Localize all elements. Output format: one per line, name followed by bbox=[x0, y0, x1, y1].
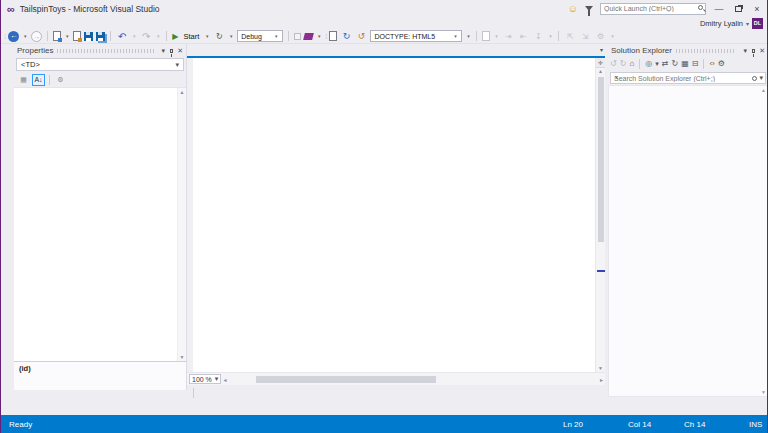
new-query-icon[interactable] bbox=[329, 31, 337, 41]
categorized-view-button[interactable]: ▦ bbox=[17, 74, 30, 86]
toolbar-grip[interactable]: ⁞ bbox=[4, 32, 5, 41]
toolbar-overflow-dropdown[interactable]: ▾ bbox=[465, 33, 471, 39]
undo-dropdown[interactable]: ▾ bbox=[131, 33, 137, 39]
check-in-icon[interactable]: ↺ bbox=[355, 30, 367, 42]
start-dropdown[interactable]: ▾ bbox=[204, 33, 210, 39]
pin-icon[interactable] bbox=[170, 49, 173, 53]
properties-wrench-icon[interactable]: ⚙ bbox=[718, 58, 725, 70]
settings-gear-icon[interactable]: ⚙ bbox=[594, 30, 606, 42]
sync-with-active-document-icon[interactable]: ⇄ bbox=[662, 58, 669, 70]
separator bbox=[288, 31, 289, 41]
scroll-up-icon[interactable]: ▲ bbox=[761, 87, 766, 93]
browse-with-icon[interactable] bbox=[482, 31, 490, 41]
chevron-down-icon: ▾ bbox=[215, 375, 219, 383]
scroll-up-icon[interactable]: ▲ bbox=[180, 89, 185, 95]
scroll-right-icon[interactable]: ▸ bbox=[600, 376, 603, 383]
format-selection-icon[interactable]: ⇤ bbox=[517, 30, 529, 42]
close-button[interactable]: × bbox=[751, 3, 763, 15]
scroll-up-icon[interactable]: ▲ bbox=[598, 68, 603, 75]
navigate-forward-icon[interactable]: → bbox=[31, 31, 42, 42]
code-text-area[interactable] bbox=[193, 60, 595, 372]
close-icon[interactable]: ✕ bbox=[759, 47, 765, 55]
separator bbox=[47, 31, 48, 41]
restart-dropdown[interactable]: ▾ bbox=[228, 33, 234, 39]
scroll-down-icon[interactable]: ▼ bbox=[180, 354, 185, 360]
new-file-dropdown[interactable]: ▾ bbox=[64, 33, 70, 39]
drag-handle[interactable] bbox=[676, 49, 736, 53]
check-out-icon[interactable]: ↻ bbox=[340, 30, 352, 42]
property-pages-button[interactable]: ⚙ bbox=[54, 74, 67, 86]
editor-zoom-combo[interactable]: 100 % ▾ bbox=[189, 374, 221, 384]
redo-icon[interactable]: ↷ bbox=[140, 30, 152, 42]
selected-object-combo[interactable]: <TD> ▾ bbox=[16, 58, 184, 71]
navigate-backward-icon[interactable]: ← bbox=[8, 31, 19, 42]
home-icon[interactable]: ⌂ bbox=[629, 58, 634, 70]
properties-window-icon[interactable]: ▦ bbox=[681, 58, 689, 70]
toolbar-grip[interactable]: ⁞ bbox=[325, 32, 326, 41]
quick-launch-input[interactable] bbox=[600, 3, 706, 15]
start-debug-button[interactable]: Start bbox=[183, 32, 199, 41]
scrollbar-thumb[interactable] bbox=[598, 77, 604, 242]
caret-position-mark bbox=[597, 270, 605, 272]
property-description-title: (id) bbox=[19, 364, 31, 373]
pin-icon[interactable] bbox=[752, 49, 755, 53]
minimize-button[interactable]: — bbox=[713, 3, 725, 15]
browse-dropdown[interactable]: ▾ bbox=[493, 33, 499, 39]
format-document-icon[interactable]: ⇥ bbox=[502, 30, 514, 42]
save-all-icon[interactable] bbox=[96, 32, 105, 41]
start-debug-icon[interactable]: ▶ bbox=[172, 32, 178, 41]
toolbar-overflow-dropdown[interactable]: ▾ bbox=[316, 33, 322, 39]
alphabetical-view-button[interactable]: A↓ bbox=[32, 74, 45, 86]
format-overflow-dropdown[interactable]: ▾ bbox=[547, 33, 553, 39]
horizontal-scroll-row: 100 % ▾ ◂ ▸ bbox=[187, 372, 605, 385]
feedback-smiley-icon[interactable]: ☺ bbox=[568, 4, 578, 14]
stop-icon[interactable] bbox=[294, 33, 301, 40]
solution-search-input[interactable] bbox=[611, 75, 752, 82]
undo-icon[interactable]: ↶ bbox=[116, 30, 128, 42]
forward-icon[interactable]: ↻ bbox=[620, 58, 627, 70]
restore-button[interactable] bbox=[732, 3, 744, 15]
separator bbox=[166, 31, 167, 41]
user-menu[interactable]: Dmitry Lyalin ▾ DL bbox=[700, 18, 763, 29]
notifications-funnel-icon[interactable] bbox=[585, 6, 593, 11]
solution-search-box: ▾ bbox=[610, 72, 766, 84]
window-position-dropdown[interactable]: ▾ bbox=[162, 47, 166, 55]
back-icon[interactable]: ↺ bbox=[610, 58, 617, 70]
add-item-icon[interactable] bbox=[73, 31, 81, 41]
redo-dropdown[interactable]: ▾ bbox=[155, 33, 161, 39]
comment-icon[interactable]: ↧ bbox=[532, 30, 544, 42]
chevron-down-icon[interactable]: ▾ bbox=[759, 74, 763, 82]
scroll-left-icon[interactable]: ◂ bbox=[223, 376, 226, 383]
save-icon[interactable] bbox=[84, 32, 93, 41]
debug-target-combo[interactable]: Debug ▾ bbox=[237, 30, 283, 42]
scroll-down-icon[interactable]: ▼ bbox=[761, 389, 766, 395]
tab-list-dropdown[interactable]: ▾ bbox=[600, 46, 603, 53]
refresh-icon[interactable]: ↻ bbox=[671, 58, 678, 70]
split-handle-icon[interactable]: ✛ bbox=[596, 58, 606, 68]
drag-handle[interactable] bbox=[57, 49, 153, 53]
close-icon[interactable]: ✕ bbox=[177, 47, 183, 55]
chevron-down-icon[interactable]: ▾ bbox=[655, 60, 659, 68]
toolbar-overflow-dropdown[interactable]: ▾ bbox=[609, 33, 615, 39]
restart-icon[interactable]: ↻ bbox=[213, 30, 225, 42]
horizontal-scrollbar[interactable] bbox=[228, 375, 598, 384]
scroll-down-icon[interactable]: ▼ bbox=[598, 365, 603, 372]
window-position-dropdown[interactable]: ▾ bbox=[744, 47, 748, 55]
collapse-all-icon[interactable]: ⊟ bbox=[692, 58, 699, 70]
doctype-combo[interactable]: DOCTYPE: HTML5 ▾ bbox=[370, 30, 462, 42]
editor-zoom-value: 100 % bbox=[192, 376, 212, 383]
solution-explorer-toolbar: ↺ ↻ ⌂ ◎ ▾ ⇄ ↻ ▦ ⊟ ‹› ⚙ bbox=[608, 57, 768, 71]
new-file-icon[interactable] bbox=[53, 31, 61, 41]
status-message: Ready bbox=[9, 420, 32, 429]
vertical-scrollbar[interactable]: ✛ ▲ ▼ bbox=[595, 58, 605, 372]
web-platform-icon[interactable] bbox=[303, 33, 314, 40]
scope-icon[interactable]: ◎ bbox=[645, 58, 652, 70]
navigate-backward-dropdown[interactable]: ▾ bbox=[22, 33, 28, 39]
outdent-icon[interactable]: ⇲ bbox=[579, 30, 591, 42]
indent-icon[interactable]: ⇱ bbox=[564, 30, 576, 42]
solution-explorer-title: Solution Explorer bbox=[611, 46, 672, 55]
property-grid: ▲ ▼ bbox=[14, 87, 186, 361]
property-grid-scrollbar[interactable]: ▲ ▼ bbox=[177, 88, 186, 361]
view-code-icon[interactable]: ‹› bbox=[709, 58, 714, 70]
scrollbar-thumb[interactable] bbox=[256, 376, 436, 383]
